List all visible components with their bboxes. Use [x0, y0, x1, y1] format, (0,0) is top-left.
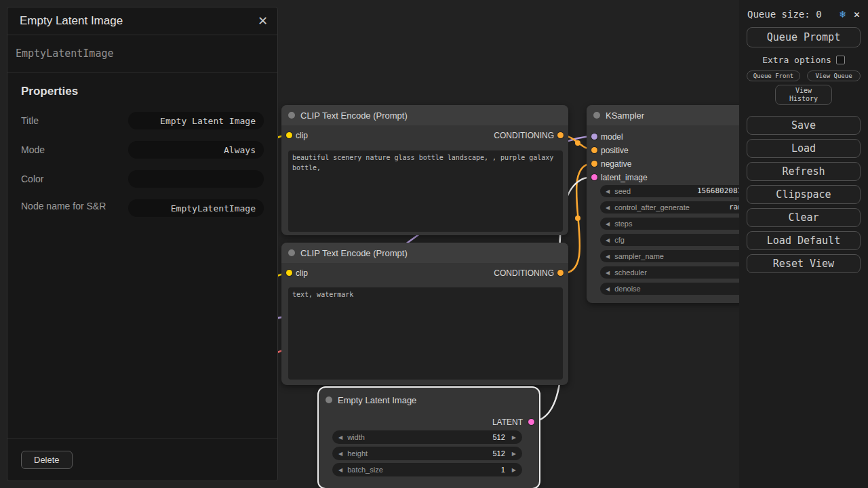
widget-label: scheduler [614, 268, 647, 277]
load-default-button[interactable]: Load Default [747, 231, 861, 250]
property-label: Mode [21, 143, 128, 157]
clip-input-label: clip [296, 131, 308, 140]
queue-size-row: Queue size: 0 ❄ ✕ [747, 8, 860, 20]
widget-value: 512 [492, 449, 505, 458]
decrement-arrow-icon[interactable]: ◀ [606, 188, 610, 195]
close-icon[interactable]: ✕ [258, 14, 268, 28]
clip-input-label: clip [296, 268, 308, 278]
latent-output-slot[interactable] [528, 419, 534, 425]
model-input-label: model [601, 132, 623, 142]
decrement-arrow-icon[interactable]: ◀ [606, 286, 610, 292]
refresh-button[interactable]: Refresh [747, 162, 861, 181]
node-title: CLIP Text Encode (Prompt) [300, 248, 408, 258]
widget-label: batch_size [347, 466, 383, 474]
slot-row: clip CONDITIONING [281, 130, 568, 141]
queue-prompt-button[interactable]: Queue Prompt [747, 27, 861, 47]
queue-front-button[interactable]: Queue Front [747, 70, 800, 81]
slot-row: clip CONDITIONING [281, 268, 568, 279]
property-row-title: Title Empty Latent Image [21, 112, 264, 129]
conditioning-output-slot[interactable] [557, 132, 564, 138]
color-field[interactable] [128, 170, 264, 188]
positive-input-slot[interactable] [591, 147, 597, 153]
view-history-row: View History [747, 85, 861, 105]
batch-size-widget[interactable]: ◀ batch_size 1 ▶ [332, 463, 522, 476]
clear-button[interactable]: Clear [747, 208, 861, 227]
widget-label: cfg [614, 236, 625, 244]
widget-value: 1566802087 [697, 186, 742, 195]
node-header[interactable]: Empty Latent Image [319, 388, 539, 412]
widget-value: 1 [501, 466, 505, 474]
node-graph-canvas[interactable]: CLIP Text Encode (Prompt) clip CONDITION… [0, 0, 868, 488]
view-queue-button[interactable]: View Queue [807, 70, 861, 81]
decrement-arrow-icon[interactable]: ◀ [606, 221, 610, 227]
decrement-arrow-icon[interactable]: ◀ [606, 253, 610, 260]
node-name-field[interactable]: EmptyLatentImage [128, 199, 264, 217]
widget-label: steps [614, 220, 632, 228]
delete-button[interactable]: Delete [21, 451, 73, 469]
positive-input-label: positive [601, 146, 629, 155]
dialog-header: Empty Latent Image ✕ [7, 7, 277, 35]
node-class-name: EmptyLatentImage [7, 35, 277, 73]
node-empty-latent-image[interactable]: Empty Latent Image LATENT ◀ width 512 ▶ … [319, 388, 539, 488]
prompt-textarea[interactable]: beautiful scenery nature glass bottle la… [288, 150, 563, 232]
conditioning-output-label: CONDITIONING [494, 268, 554, 278]
node-title: Empty Latent Image [338, 395, 416, 405]
extra-options-checkbox[interactable] [836, 56, 845, 64]
latent-output-label: LATENT [492, 418, 523, 427]
collapse-dot-icon[interactable] [593, 112, 600, 119]
increment-arrow-icon[interactable]: ▶ [512, 467, 516, 473]
node-header[interactable]: CLIP Text Encode (Prompt) [281, 105, 568, 125]
node-title: KSampler [606, 110, 644, 121]
property-label: Node name for S&R [21, 199, 128, 214]
mode-field[interactable]: Always [128, 141, 264, 159]
collapse-dot-icon[interactable] [326, 396, 332, 403]
conditioning-output-slot[interactable] [557, 270, 564, 276]
comfy-menu: Queue size: 0 ❄ ✕ Queue Prompt Extra opt… [739, 0, 868, 488]
decrement-arrow-icon[interactable]: ◀ [606, 237, 610, 243]
property-row-color: Color [21, 170, 264, 188]
decrement-arrow-icon[interactable]: ◀ [338, 451, 342, 457]
load-button[interactable]: Load [747, 139, 861, 158]
widget-label: height [347, 449, 368, 458]
collapse-dot-icon[interactable] [288, 112, 295, 119]
decrement-arrow-icon[interactable]: ◀ [606, 270, 610, 276]
widget-label: control_after_generate [614, 203, 690, 211]
node-properties-dialog: Empty Latent Image ✕ EmptyLatentImage Pr… [7, 7, 278, 481]
view-history-button[interactable]: View History [775, 85, 832, 105]
clip-input-slot[interactable] [286, 132, 292, 138]
widget-label: seed [614, 187, 631, 195]
widget-label: denoise [614, 285, 641, 293]
snowflake-icon: ❄ [840, 8, 846, 20]
clip-input-slot[interactable] [286, 270, 292, 276]
model-input-slot[interactable] [591, 134, 597, 140]
save-button[interactable]: Save [747, 116, 861, 135]
queue-size-label: Queue size: 0 [747, 9, 840, 20]
conditioning-output-label: CONDITIONING [494, 131, 554, 140]
decrement-arrow-icon[interactable]: ◀ [338, 467, 342, 473]
title-field[interactable]: Empty Latent Image [128, 112, 264, 129]
reset-view-button[interactable]: Reset View [747, 254, 861, 273]
dialog-footer: Delete [7, 438, 277, 481]
node-header[interactable]: CLIP Text Encode (Prompt) [281, 243, 568, 263]
collapse-dot-icon[interactable] [288, 249, 295, 256]
decrement-arrow-icon[interactable]: ◀ [338, 434, 342, 441]
increment-arrow-icon[interactable]: ▶ [512, 434, 516, 441]
property-row-mode: Mode Always [21, 141, 264, 159]
clipspace-button[interactable]: Clipspace [747, 185, 861, 204]
node-clip-text-encode-positive[interactable]: CLIP Text Encode (Prompt) clip CONDITION… [281, 105, 568, 235]
close-icon[interactable]: ✕ [854, 8, 860, 20]
link-center-dot-positive[interactable] [575, 140, 580, 146]
prompt-textarea[interactable]: text, watermark [288, 287, 563, 380]
increment-arrow-icon[interactable]: ▶ [512, 451, 516, 457]
node-clip-text-encode-negative[interactable]: CLIP Text Encode (Prompt) clip CONDITION… [281, 243, 568, 385]
latent-widgets: ◀ width 512 ▶ ◀ height 512 ▶ ◀ batch_siz… [319, 430, 539, 479]
widget-label: width [347, 433, 365, 441]
width-widget[interactable]: ◀ width 512 ▶ [332, 430, 522, 444]
decrement-arrow-icon[interactable]: ◀ [606, 205, 610, 211]
extra-options-label: Extra options [762, 55, 831, 65]
height-widget[interactable]: ◀ height 512 ▶ [332, 447, 522, 460]
negative-input-slot[interactable] [591, 161, 597, 167]
latent-image-input-slot[interactable] [591, 174, 597, 180]
link-center-dot-negative[interactable] [575, 216, 580, 221]
latent-image-input-label: latent_image [601, 173, 648, 182]
